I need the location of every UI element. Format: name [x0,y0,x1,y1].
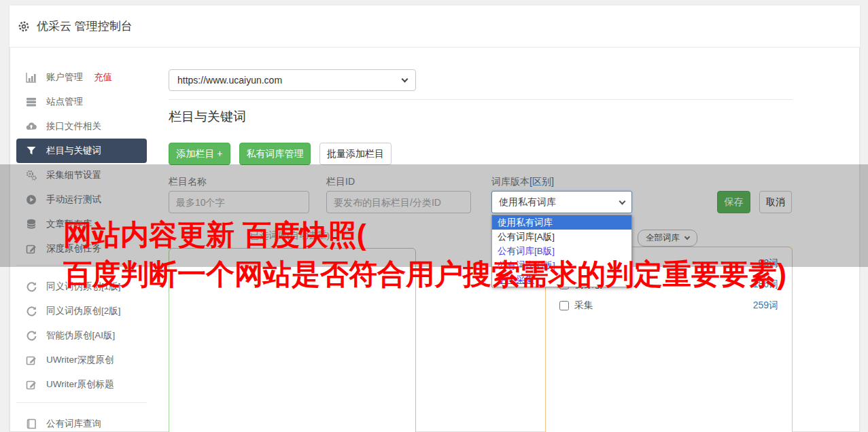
gear-icon [18,20,30,33]
sidebar-item-uwriter-title[interactable]: UWriter原创标题 [16,372,147,397]
refresh-icon [26,306,37,317]
recharge-link[interactable]: 充值 [94,71,112,84]
page-title: 栏目与关键词 [169,108,246,126]
batch-add-column-button[interactable]: 批量添加栏目 [319,143,392,165]
edit-icon [26,379,37,390]
annotation-line-1: 网站内容更新 百度快照( [63,216,366,254]
app-header: 优采云 管理控制台 [10,5,860,48]
sidebar-item-ai-rewrite[interactable]: 智能伪原创[AI版] [16,323,147,348]
sidebar-item-columns-keywords[interactable]: 栏目与关键词 [16,139,147,163]
sidebar-group-3: 公有词库查询 [16,412,147,432]
bar-chart-icon [26,72,37,83]
sidebar-item-label: 公有词库查询 [46,418,101,430]
site-url-value: https://www.ucaiyun.com [177,75,282,86]
sidebar-divider [16,402,147,403]
sidebar-item-sites[interactable]: 站点管理 [16,90,147,114]
annotation-line-2: 百度判断一个网站是否符合用户搜索需求的判定重要要素) [63,255,786,293]
sidebar-item-label: UWriter原创标题 [46,378,114,391]
chevron-down-icon [619,198,626,204]
sidebar-item-interface-files[interactable]: 接口文件相关 [16,114,147,139]
server-icon [26,96,37,107]
chevron-down-icon [402,76,409,83]
sidebar-item-public-thesaurus-query[interactable]: 公有词库查询 [16,412,147,432]
sidebar-item-uwriter-deep[interactable]: UWriter深度原创 [16,348,147,372]
filter-icon [26,145,37,156]
thesaurus-row-count[interactable]: 259词 [753,300,778,312]
thesaurus-row-checkbox[interactable] [559,301,569,310]
thesaurus-version-select[interactable]: 使用私有词库 [491,191,632,213]
private-thesaurus-button[interactable]: 私有词库管理 [239,143,311,165]
add-column-button[interactable]: 添加栏目 + [169,143,230,165]
sidebar-item-label: 接口文件相关 [46,120,101,132]
dropdown-option[interactable]: 使用私有词库 [492,215,631,230]
sidebar-item-synonym-2[interactable]: 同义词伪原创[2版] [16,299,147,323]
thesaurus-row: 采集 259词 [546,295,792,316]
edit-icon [26,355,37,365]
refresh-icon [26,330,37,341]
cloud-upload-icon [26,121,37,132]
sidebar-item-label: 站点管理 [46,96,83,108]
app-title: 优采云 管理控制台 [37,18,133,34]
site-url-select[interactable]: https://www.ucaiyun.com [169,69,416,91]
sidebar-item-label: 同义词伪原创[2版] [46,305,121,317]
thesaurus-version-value: 使用私有词库 [499,196,556,209]
sidebar-item-label: 栏目与关键词 [46,145,101,157]
sidebar-item-label: UWriter深度原创 [46,354,114,366]
thesaurus-row-name: 采集 [574,300,593,312]
divider [169,99,793,100]
admin-console-page: 优采云 管理控制台 账户管理 充值 站点管理 接口文件相关 栏目与关键词 采集细… [0,0,868,432]
refresh-icon [26,281,37,292]
book-icon [26,418,37,429]
sidebar-item-label: 智能伪原创[AI版] [46,329,115,342]
sidebar-item-account[interactable]: 账户管理 充值 [16,65,147,90]
sidebar-item-label: 账户管理 [46,71,83,84]
dropdown-option[interactable]: 公有词库[A版] [492,230,631,244]
